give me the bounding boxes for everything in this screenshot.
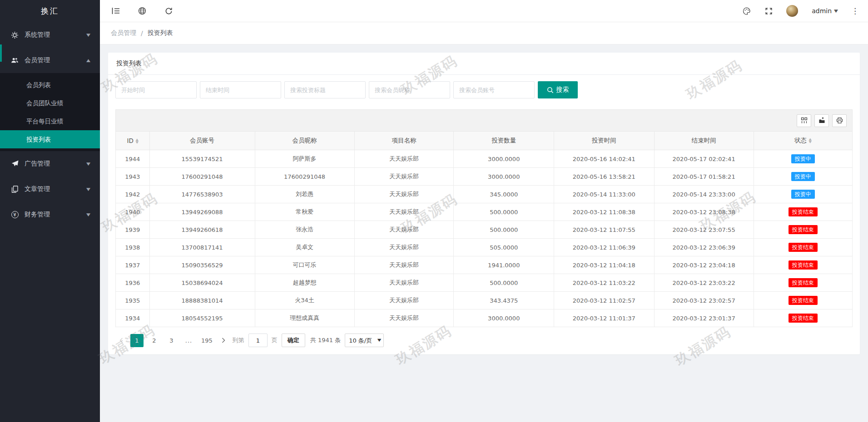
cell-status: 投资中 [754, 150, 852, 168]
cell-account: 15539174521 [149, 150, 255, 168]
column-header-project: 项目名称 [354, 132, 454, 150]
cell-project: 天天娱乐部 [354, 221, 454, 239]
sidebar-item-member-list[interactable]: 会员列表 [0, 76, 100, 94]
avatar[interactable] [786, 5, 798, 17]
table-row: 1935 18888381014 火34土 天天娱乐部 343.4375 202… [116, 292, 853, 309]
breadcrumb-parent[interactable]: 会员管理 [111, 29, 136, 37]
search-button-label: 搜索 [556, 86, 569, 94]
table-row: 1939 13949260618 张永浩 天天娱乐部 500.0000 2020… [116, 221, 853, 239]
pagination-ellipsis: ... [182, 334, 195, 347]
column-header-status[interactable]: 状态▲▼ [754, 132, 852, 150]
cell-id: 1943 [116, 168, 150, 186]
page-title: 投资列表 [108, 53, 860, 75]
cell-end-time: 2020-03-12 23:08:38 [654, 203, 754, 221]
table-body: 1944 15539174521 阿萨斯多 天天娱乐部 3000.0000 20… [116, 150, 853, 327]
cell-end-time: 2020-03-12 23:01:37 [654, 309, 754, 327]
globe-icon[interactable] [138, 7, 146, 15]
cell-project: 天天娱乐部 [354, 203, 454, 221]
app-title: 换汇 [0, 0, 100, 22]
status-badge: 投资结束 [789, 296, 818, 305]
confirm-button[interactable]: 确定 [282, 334, 305, 347]
cell-id: 1944 [116, 150, 150, 168]
table-header-row: ID▲▼ 会员账号 会员昵称 项目名称 投资数量 投资时间 结束时间 状态▲▼ [116, 132, 853, 150]
next-page-icon[interactable] [218, 334, 228, 347]
end-time-input[interactable] [200, 81, 281, 98]
goto-page-input[interactable] [248, 334, 268, 347]
cell-invest-time: 2020-05-16 14:02:41 [554, 150, 655, 168]
cell-nickname: 常秋爱 [255, 203, 354, 221]
sidebar-item-label: 财务管理 [25, 211, 87, 219]
pagination-page[interactable]: 1 [130, 334, 144, 347]
sidebar-submenu: 会员列表 会员团队业绩 平台每日业绩 投资列表 [0, 73, 100, 151]
status-badge: 投资结束 [789, 314, 818, 323]
sidebar-item-team-performance[interactable]: 会员团队业绩 [0, 94, 100, 112]
chevron-down-icon: ▼ [86, 162, 90, 166]
cell-id: 1938 [116, 239, 150, 256]
cell-id: 1940 [116, 203, 150, 221]
sidebar-item-ads[interactable]: 广告管理 ▼ [0, 151, 100, 177]
cell-end-time: 2020-03-12 23:07:55 [654, 221, 754, 239]
sort-icon: ▲▼ [809, 138, 812, 143]
table-toolbar [115, 109, 853, 131]
status-badge: 投资结束 [789, 207, 818, 216]
user-menu[interactable]: admin ▼ [812, 7, 838, 15]
table-row: 1942 14776538903 刘若愚 天天娱乐部 345.0000 2020… [116, 186, 853, 203]
cell-project: 天天娱乐部 [354, 168, 454, 186]
print-icon[interactable] [832, 114, 847, 127]
pagination-pages: 123...195 [130, 334, 214, 347]
cell-end-time: 2020-05-17 01:58:21 [654, 168, 754, 186]
columns-icon[interactable] [797, 114, 811, 127]
fullscreen-icon[interactable] [764, 7, 773, 15]
member-account-input[interactable] [453, 81, 535, 98]
start-time-input[interactable] [115, 81, 197, 98]
users-icon [11, 57, 19, 64]
palette-icon[interactable] [743, 7, 751, 15]
table-row: 1936 15038694024 超越梦想 天天娱乐部 500.0000 202… [116, 274, 853, 292]
yen-icon: ¥ [11, 211, 19, 219]
cell-end-time: 2020-03-12 23:03:22 [654, 274, 754, 292]
pagination: 123...195 到第 页 确定 共 1941 条 10 条/页 [115, 327, 853, 354]
pagination-page[interactable]: 195 [199, 334, 214, 347]
pagination-page[interactable]: 2 [148, 334, 161, 347]
cell-nickname: 吴卓文 [255, 239, 354, 256]
chevron-down-icon: ▼ [834, 9, 838, 13]
sidebar-item-daily-performance[interactable]: 平台每日业绩 [0, 112, 100, 130]
export-icon[interactable] [814, 114, 829, 127]
sidebar-item-investment-list[interactable]: 投资列表 [0, 130, 100, 148]
refresh-icon[interactable] [164, 7, 173, 15]
table-row: 1937 15090356529 可口可乐 天天娱乐部 1941.0000 20… [116, 256, 853, 274]
chevron-down-icon: ▼ [86, 212, 90, 217]
sidebar-item-articles[interactable]: 文章管理 ▼ [0, 177, 100, 202]
collapse-menu-icon[interactable] [112, 7, 120, 15]
cell-status: 投资结束 [754, 309, 852, 327]
prev-page-icon[interactable] [116, 334, 126, 347]
search-button[interactable]: 搜索 [538, 81, 578, 98]
table-section: ID▲▼ 会员账号 会员昵称 项目名称 投资数量 投资时间 结束时间 状态▲▼ … [115, 109, 853, 354]
sidebar-item-member[interactable]: 会员管理 ▲ [0, 48, 100, 73]
cell-id: 1936 [116, 274, 150, 292]
cell-invest-time: 2020-03-12 11:02:57 [554, 292, 655, 309]
column-header-nickname: 会员昵称 [255, 132, 354, 150]
cell-invest-time: 2020-03-12 11:08:38 [554, 203, 655, 221]
sidebar-nav: 系统管理 ▼ 会员管理 ▲ 会员列表 会员团队业绩 平台每日业绩 投资列表 [0, 22, 100, 227]
status-badge: 投资中 [791, 154, 815, 163]
status-badge: 投资中 [791, 172, 815, 181]
cell-id: 1935 [116, 292, 150, 309]
cell-account: 17600291048 [149, 168, 255, 186]
cell-nickname: 17600291048 [255, 168, 354, 186]
invest-title-input[interactable] [284, 81, 366, 98]
per-page-select[interactable]: 10 条/页 [345, 334, 384, 347]
sidebar-item-system[interactable]: 系统管理 ▼ [0, 22, 100, 48]
cell-project: 天天娱乐部 [354, 150, 454, 168]
breadcrumb: 会员管理 / 投资列表 [100, 22, 868, 44]
pagination-page[interactable]: 3 [165, 334, 178, 347]
goto-label: 到第 [233, 336, 244, 344]
cell-status: 投资中 [754, 186, 852, 203]
sidebar-item-finance[interactable]: ¥ 财务管理 ▼ [0, 202, 100, 227]
cell-invest-time: 2020-03-12 11:03:22 [554, 274, 655, 292]
cell-status: 投资结束 [754, 256, 852, 274]
more-options-icon[interactable]: ⋮ [851, 6, 859, 15]
member-nickname-input[interactable] [369, 81, 450, 98]
sidebar-item-label: 文章管理 [25, 185, 87, 193]
column-header-id[interactable]: ID▲▼ [116, 132, 150, 150]
